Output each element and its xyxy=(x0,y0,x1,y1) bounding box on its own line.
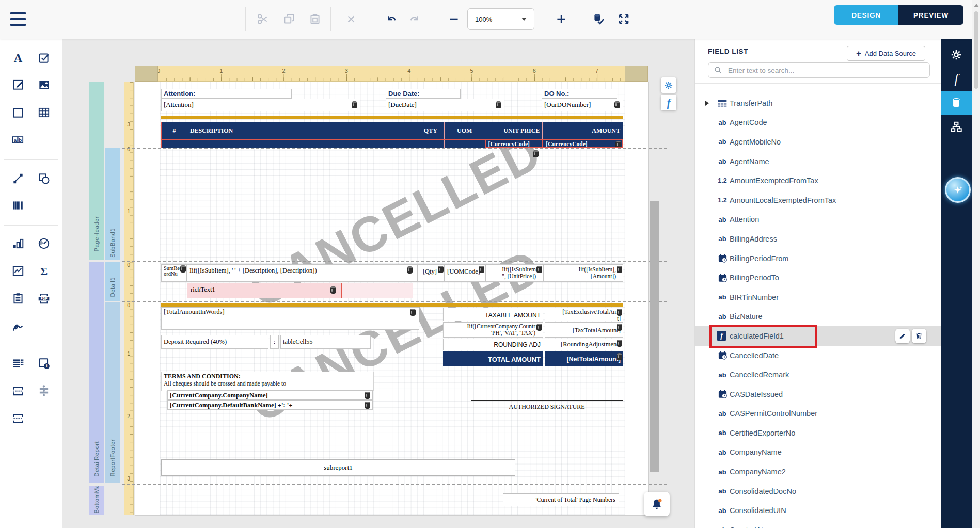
ai-assistant-button[interactable] xyxy=(945,177,971,203)
col-qty[interactable]: QTY xyxy=(417,122,445,139)
expression-button[interactable]: f xyxy=(661,95,676,110)
signature-tool[interactable] xyxy=(11,319,25,333)
line-tool[interactable] xyxy=(11,171,25,186)
form-tool[interactable] xyxy=(11,291,25,306)
label-tool[interactable]: A xyxy=(11,51,25,65)
fullscreen-button[interactable] xyxy=(615,10,633,28)
field-list-item[interactable]: ab 1.2 f AmountLocalExemptedFromTax xyxy=(695,190,941,210)
panel-tool[interactable] xyxy=(11,105,25,120)
field-list-item[interactable]: ab 1.2 f BIRTinNumber xyxy=(695,287,941,307)
bank-name-field[interactable]: [CurrentCompany.DefaultBankName] +': '+ xyxy=(167,400,373,410)
header-gold-bar[interactable] xyxy=(161,116,623,119)
checkbox-tool[interactable] xyxy=(37,51,51,65)
page-scrollbar-thumb[interactable] xyxy=(974,11,978,89)
band-separator[interactable] xyxy=(122,261,667,262)
field-list-item[interactable]: ab 1.2 f BillingPeriodFrom xyxy=(695,249,941,268)
add-data-source-button[interactable]: + Add Data Source xyxy=(847,46,925,61)
gauge-tool[interactable] xyxy=(37,236,51,251)
shape-tool[interactable] xyxy=(37,171,51,186)
report-page[interactable]: CANCELLED CANCELLED Attention: [Attentio… xyxy=(135,82,649,516)
field-list-item[interactable]: ab 1.2 f AmountExemptedFromTax xyxy=(695,171,941,190)
design-tab[interactable]: DESIGN xyxy=(834,5,898,25)
terms-block[interactable]: TERMS AND CONDITION: All cheques should … xyxy=(161,372,374,391)
field-list-item[interactable]: ab 1.2 f CancelledDate xyxy=(695,346,941,365)
field-list-item[interactable]: ab 1.2 f BillingAddress xyxy=(695,229,941,249)
page-numbers-control[interactable]: 'Current of Total' Page Numbers xyxy=(503,493,619,506)
field-list-item[interactable]: ab 1.2 f CancelledRemark xyxy=(695,365,941,385)
detail-record-cell[interactable]: SumRecordNu xyxy=(161,264,187,282)
company-name-field[interactable]: [CurrentCompany.CompanyName] xyxy=(167,390,373,400)
delete-field-button[interactable] xyxy=(912,329,926,343)
pdf-content-tool[interactable]: PDF xyxy=(37,291,51,306)
col-unit-price[interactable]: UNIT PRICE xyxy=(485,122,543,139)
cross-band-tool[interactable] xyxy=(37,383,51,398)
notifications-button[interactable] xyxy=(644,492,670,516)
chart-tool[interactable] xyxy=(11,236,25,251)
band-tab-pageheader[interactable]: PageHeader xyxy=(89,82,104,260)
search-input[interactable] xyxy=(727,66,929,75)
delete-button[interactable] xyxy=(342,10,360,28)
col-uom[interactable]: UOM xyxy=(445,122,485,139)
footer-gold-bar[interactable] xyxy=(161,303,623,307)
field-list-item[interactable]: ab 1.2 f BillingPeriodTo xyxy=(695,268,941,287)
rail-settings-tab[interactable] xyxy=(941,43,972,67)
picture-tool[interactable] xyxy=(37,77,51,92)
col-description[interactable]: DESCRIPTION xyxy=(187,122,417,139)
edit-field-button[interactable] xyxy=(895,329,910,343)
field-list-item[interactable]: ab 1.2 f CASPermitControlNumber xyxy=(695,404,941,424)
deposit-label-cell[interactable]: Deposit Required (40%) xyxy=(161,335,268,349)
band-tab-detail1[interactable]: Detail1 xyxy=(105,262,120,301)
field-list-item[interactable]: ab 1.2 f ConsolidatedUIN xyxy=(695,501,941,520)
field-list-item[interactable]: ab 1.2 f CreatedAt xyxy=(695,520,941,528)
expand-arrow-icon[interactable] xyxy=(705,101,709,106)
do-no-value-field[interactable]: [OurDONumber] xyxy=(542,99,623,111)
table-of-contents-tool[interactable] xyxy=(11,356,25,371)
field-list-item[interactable]: ab 1.2 f AgentCode xyxy=(695,113,941,133)
field-list-item[interactable]: ab 1.2 f CertifiedExporterNo xyxy=(695,423,941,443)
total-in-words-field[interactable]: [TotalAmountInWords] xyxy=(161,307,419,330)
rounding-value[interactable]: [RoundingAdjustment] xyxy=(545,339,623,350)
items-table-header[interactable]: # DESCRIPTION QTY UOM UNIT PRICE AMOUNT xyxy=(161,122,623,139)
col-amount[interactable]: AMOUNT xyxy=(543,122,623,139)
table-tool[interactable] xyxy=(37,105,51,120)
page-info-tool[interactable]: i xyxy=(37,356,51,371)
detail-amount-cell[interactable]: Iif([IsSubItem], [Amount]) xyxy=(543,264,623,282)
zoom-level-select[interactable]: 100% xyxy=(467,8,534,30)
menu-icon[interactable] xyxy=(10,12,26,26)
rich-text-control[interactable]: richText1 xyxy=(187,283,342,298)
field-list-item[interactable]: ab 1.2 f Attention xyxy=(695,210,941,230)
summary-tool[interactable]: Σ xyxy=(37,264,51,278)
field-list-item[interactable]: ab 1.2 f AgentName xyxy=(695,152,941,171)
sub-bands-tool[interactable] xyxy=(11,411,25,426)
detail-qty-cell[interactable]: [Qty] xyxy=(417,264,445,282)
zoom-out-button[interactable] xyxy=(445,10,463,28)
currency-amount-cell[interactable]: [CurrencyCode] xyxy=(543,140,623,148)
band-separator[interactable] xyxy=(122,301,667,302)
page-break-tool[interactable] xyxy=(11,383,25,398)
field-list-item[interactable]: ab 1.2 f CompanyName2 xyxy=(695,462,941,482)
rich-text-tool[interactable] xyxy=(11,77,25,92)
zoom-in-button[interactable] xyxy=(552,10,570,28)
rail-expressions-tab[interactable]: f xyxy=(941,67,972,91)
redo-button[interactable] xyxy=(406,10,423,28)
field-list-item[interactable]: ab 1.2 f calculatedField1 xyxy=(695,326,941,346)
taxable-amount-value[interactable]: [TaxExclusiveTotalAmo t] xyxy=(545,308,623,321)
field-list-item[interactable]: ab 1.2 f TransferPath xyxy=(695,93,941,113)
copy-button[interactable] xyxy=(280,10,298,28)
field-list-item[interactable]: ab 1.2 f CASDateIssued xyxy=(695,385,941,404)
total-amount-value[interactable]: [NetTotalAmount] xyxy=(545,351,623,366)
field-list-item[interactable]: ab 1.2 f CompanyName xyxy=(695,443,941,462)
page-scrollbar[interactable] xyxy=(972,0,980,528)
deposit-separator-cell[interactable]: : xyxy=(270,335,279,349)
currency-unit-price-cell[interactable]: [CurrencyCode] xyxy=(485,140,543,148)
tax-value[interactable]: [TaxTotalAmount] xyxy=(545,322,623,338)
band-separator[interactable] xyxy=(122,484,667,485)
attention-value-field[interactable]: [Attention] xyxy=(161,99,360,111)
band-tab-detailreport[interactable]: DetailReport xyxy=(89,262,104,483)
barcode-tool[interactable] xyxy=(11,198,25,213)
character-comb-tool[interactable]: ab xyxy=(11,133,25,147)
paste-button[interactable] xyxy=(306,10,324,28)
canvas-scrollbar-thumb[interactable] xyxy=(650,201,659,472)
sparkline-tool[interactable] xyxy=(11,264,25,278)
band-tab-subband1[interactable]: SubBand1 xyxy=(105,148,120,260)
